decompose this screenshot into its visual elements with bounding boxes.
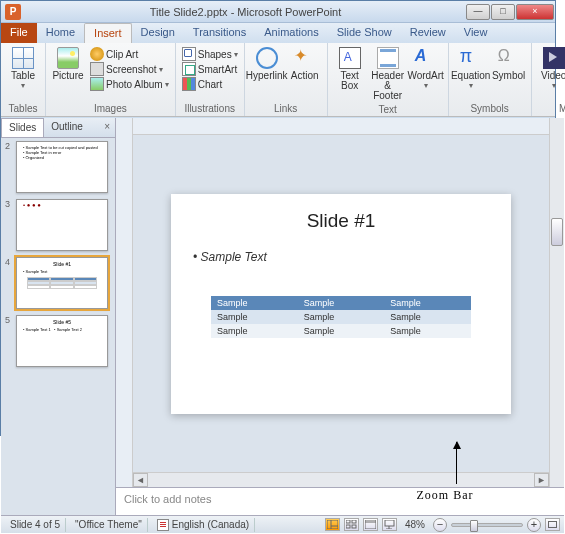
vertical-scrollbar[interactable] (549, 118, 564, 487)
panel-close-button[interactable]: × (99, 118, 115, 137)
picture-icon (57, 47, 79, 69)
thumb-slide[interactable]: Slide #1 • Sample Text (16, 257, 108, 309)
svg-rect-0 (327, 520, 338, 529)
thumbnail[interactable]: 3 • ● ● ● (5, 199, 111, 251)
td[interactable]: Sample (384, 310, 471, 324)
thumb-slide[interactable]: • ● ● ● (16, 199, 108, 251)
tab-design[interactable]: Design (132, 23, 184, 43)
table-icon (12, 47, 34, 69)
thumb-number: 3 (5, 199, 13, 251)
svg-rect-9 (385, 520, 394, 526)
td[interactable]: Sample (211, 310, 298, 324)
tab-view[interactable]: View (455, 23, 497, 43)
zoom-percent[interactable]: 48% (401, 519, 429, 530)
video-button[interactable]: Video▾ (536, 45, 565, 92)
th[interactable]: Sample (211, 296, 298, 310)
clipart-button[interactable]: Clip Art (90, 47, 169, 61)
equation-button[interactable]: πEquation▾ (453, 45, 489, 92)
photoalbum-button[interactable]: Photo Album▾ (90, 77, 169, 91)
chevron-down-icon: ▾ (165, 80, 169, 89)
hyperlink-icon (256, 47, 278, 69)
group-text: Text Box Header & Footer AWordArt▾ Text (328, 43, 449, 116)
hyperlink-button[interactable]: Hyperlink (249, 45, 285, 83)
wordart-button[interactable]: AWordArt▾ (408, 45, 444, 92)
view-slideshow-icon (384, 520, 395, 529)
minimize-button[interactable]: — (466, 4, 490, 20)
shapes-label: Shapes (198, 49, 232, 60)
zoom-slider-knob[interactable] (470, 520, 478, 532)
notes-pane[interactable]: Click to add notes (116, 487, 564, 515)
zoom-in-button[interactable]: + (527, 518, 541, 532)
tab-review[interactable]: Review (401, 23, 455, 43)
svg-rect-5 (346, 525, 350, 528)
textbox-icon (339, 47, 361, 69)
thumbnail-list[interactable]: 2 • Sample Text to be cut copied and pas… (1, 138, 115, 515)
slide-title[interactable]: Slide #1 (189, 210, 493, 232)
annotation: Zoom Bar (436, 442, 476, 503)
scroll-right-button[interactable]: ► (534, 473, 549, 487)
thumb-slide[interactable]: • Sample Text to be cut copied and paste… (16, 141, 108, 193)
zoom-fit-button[interactable] (545, 518, 560, 531)
close-button[interactable]: × (516, 4, 554, 20)
theme-name[interactable]: "Office Theme" (70, 518, 148, 532)
thumbnail[interactable]: 5 Slide #5 • Sample Text 1 • Sample Text… (5, 315, 111, 367)
current-slide[interactable]: Slide #1 • Sample Text SampleSampleSampl… (171, 194, 511, 414)
view-sorter-icon (346, 520, 357, 529)
wordart-label: WordArt (407, 71, 444, 81)
view-sorter-button[interactable] (344, 518, 359, 531)
zoom-slider[interactable] (451, 523, 523, 527)
picture-button[interactable]: Picture (50, 45, 86, 83)
textbox-button[interactable]: Text Box (332, 45, 368, 93)
tab-home[interactable]: Home (37, 23, 84, 43)
symbol-icon: Ω (498, 47, 520, 69)
td[interactable]: Sample (298, 324, 385, 338)
td[interactable]: Sample (298, 310, 385, 324)
td[interactable]: Sample (384, 324, 471, 338)
scroll-thumb[interactable] (551, 218, 563, 246)
tab-outline[interactable]: Outline (44, 118, 90, 137)
action-button[interactable]: ✦Action (287, 45, 323, 83)
td[interactable]: Sample (211, 324, 298, 338)
tab-file[interactable]: File (1, 23, 37, 43)
thumbnail-selected[interactable]: 4 Slide #1 • Sample Text (5, 257, 111, 309)
chart-button[interactable]: Chart (182, 77, 238, 91)
headerfooter-button[interactable]: Header & Footer (370, 45, 406, 103)
th[interactable]: Sample (384, 296, 471, 310)
slide-table[interactable]: SampleSampleSample SampleSampleSample Sa… (211, 296, 471, 338)
tab-insert[interactable]: Insert (84, 23, 132, 43)
tab-transitions[interactable]: Transitions (184, 23, 255, 43)
scroll-left-button[interactable]: ◄ (133, 473, 148, 487)
group-tables: Table▾ Tables (1, 43, 46, 116)
chevron-down-icon: ▾ (234, 50, 238, 59)
view-normal-icon (327, 520, 338, 529)
tab-slideshow[interactable]: Slide Show (328, 23, 401, 43)
thumb-dots: • ● ● ● (23, 203, 104, 208)
thumb-line: • Sample Text (23, 269, 104, 274)
horizontal-scrollbar[interactable]: ◄► (133, 472, 549, 487)
th[interactable]: Sample (298, 296, 385, 310)
photoalbum-label: Photo Album (106, 79, 163, 90)
smartart-button[interactable]: SmartArt (182, 62, 238, 76)
screenshot-button[interactable]: Screenshot▾ (90, 62, 169, 76)
tab-slides[interactable]: Slides (1, 118, 44, 137)
scroll-track[interactable] (148, 473, 534, 487)
video-label: Video (541, 71, 565, 81)
view-reading-button[interactable] (363, 518, 378, 531)
zoom-out-button[interactable]: − (433, 518, 447, 532)
view-normal-button[interactable] (325, 518, 340, 531)
symbol-button[interactable]: ΩSymbol (491, 45, 527, 83)
thumb-slide[interactable]: Slide #5 • Sample Text 1 • Sample Text 2 (16, 315, 108, 367)
view-slideshow-button[interactable] (382, 518, 397, 531)
table-button[interactable]: Table▾ (5, 45, 41, 92)
smartart-icon (182, 62, 196, 76)
group-label: Text (332, 103, 444, 115)
slide-bullet[interactable]: • Sample Text (193, 250, 493, 264)
group-label: Illustrations (180, 102, 240, 114)
shapes-button[interactable]: Shapes▾ (182, 47, 238, 61)
language-button[interactable]: English (Canada) (152, 518, 255, 532)
slide-counter[interactable]: Slide 4 of 5 (5, 518, 66, 532)
maximize-button[interactable]: □ (491, 4, 515, 20)
slide-canvas[interactable]: Slide #1 • Sample Text SampleSampleSampl… (133, 135, 549, 472)
tab-animations[interactable]: Animations (255, 23, 327, 43)
thumbnail[interactable]: 2 • Sample Text to be cut copied and pas… (5, 141, 111, 193)
